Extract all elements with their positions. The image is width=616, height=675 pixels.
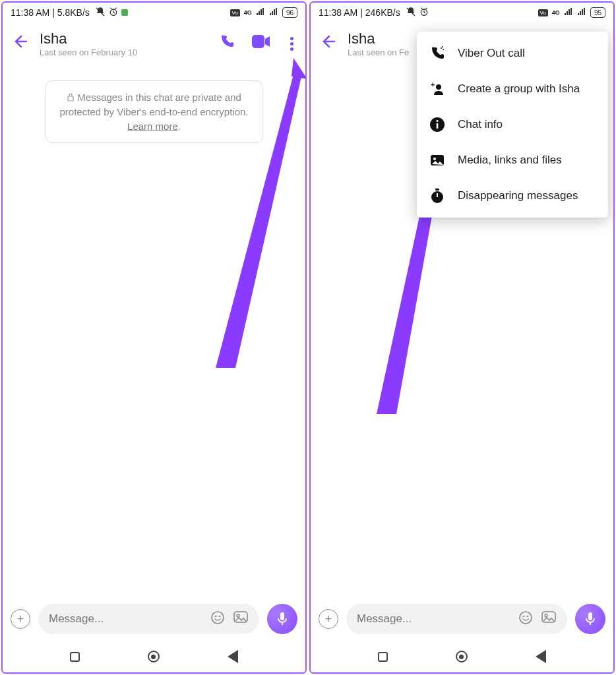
alarm-icon: [419, 7, 429, 19]
attach-button[interactable]: +: [319, 609, 338, 629]
status-speed: 5.8KB/s: [57, 7, 90, 18]
status-bar: 11:38 AM | 246KB/s Vo 4G 95: [311, 3, 613, 22]
svg-point-36: [545, 614, 547, 617]
android-nav-bar: [3, 641, 305, 672]
encryption-text: Messages in this chat are private and pr…: [59, 92, 248, 117]
message-input[interactable]: [49, 612, 202, 626]
signal-icon-2: [269, 8, 278, 18]
voice-message-button[interactable]: [267, 604, 297, 634]
gallery-button[interactable]: [233, 610, 249, 628]
signal-icon-2: [577, 8, 586, 18]
contact-info[interactable]: Isha Last seen on February 10: [40, 30, 207, 57]
emoji-button[interactable]: [518, 610, 533, 628]
menu-label: Media, links and files: [458, 154, 562, 167]
options-menu: Viber Out call + Create a group with Ish…: [417, 32, 608, 218]
recent-apps-button[interactable]: [378, 652, 388, 662]
status-bar: 11:38 AM | 5.8KB/s Vo 4G 96: [3, 3, 305, 22]
gallery-button[interactable]: [541, 610, 557, 628]
menu-viber-out-call[interactable]: Viber Out call: [417, 36, 608, 71]
menu-media[interactable]: Media, links and files: [417, 142, 608, 178]
back-nav-button[interactable]: [228, 650, 238, 663]
signal-icon: [564, 8, 573, 18]
timer-icon: [429, 187, 446, 204]
svg-point-32: [520, 612, 532, 624]
battery-icon: 95: [590, 7, 605, 18]
svg-point-26: [433, 158, 436, 160]
recent-apps-button[interactable]: [70, 652, 80, 662]
home-button[interactable]: [456, 651, 468, 662]
back-button[interactable]: [320, 34, 336, 54]
status-sep: |: [360, 7, 363, 18]
phone-left: 11:38 AM | 5.8KB/s Vo 4G 96: [1, 1, 307, 674]
group-add-icon: +: [429, 80, 446, 98]
phone-right: 11:38 AM | 246KB/s Vo 4G 95: [309, 1, 615, 674]
status-time: 11:38 AM: [319, 7, 357, 18]
svg-point-11: [237, 614, 239, 617]
message-input-bar: +: [311, 597, 613, 641]
svg-point-24: [436, 120, 438, 122]
battery-icon: 96: [282, 7, 297, 18]
back-button[interactable]: [12, 34, 28, 54]
home-button[interactable]: [148, 651, 160, 662]
learn-more-link[interactable]: Learn more: [127, 121, 178, 132]
svg-rect-23: [437, 123, 439, 129]
message-input-bar: +: [3, 597, 305, 641]
menu-chat-info[interactable]: Chat info: [417, 107, 608, 142]
voice-call-button[interactable]: [219, 34, 235, 53]
menu-disappearing[interactable]: Disappearing messages: [417, 178, 608, 214]
svg-point-7: [212, 612, 224, 624]
svg-rect-28: [435, 189, 439, 191]
svg-rect-12: [280, 612, 284, 620]
status-sep: |: [52, 7, 55, 18]
status-speed: 246KB/s: [365, 7, 400, 18]
info-icon: [429, 116, 446, 133]
status-time: 11:38 AM: [11, 7, 49, 18]
svg-point-18: [443, 49, 444, 50]
encryption-notice[interactable]: Messages in this chat are private and pr…: [46, 80, 263, 143]
more-options-button[interactable]: [288, 33, 296, 55]
back-nav-button[interactable]: [536, 650, 546, 663]
chat-header: Isha Last seen on February 10: [3, 22, 305, 65]
last-seen: Last seen on February 10: [40, 47, 207, 57]
lock-icon: [67, 92, 77, 103]
video-call-button[interactable]: [252, 35, 270, 52]
menu-label: Create a group with Isha: [458, 82, 580, 96]
svg-rect-3: [252, 35, 264, 48]
svg-text:+: +: [431, 81, 435, 88]
leaf-icon: [121, 9, 128, 16]
bell-off-icon: [95, 7, 106, 19]
alarm-icon: [108, 7, 119, 19]
menu-create-group[interactable]: + Create a group with Isha: [417, 71, 608, 107]
4g-label: 4G: [552, 9, 560, 16]
svg-point-19: [442, 46, 443, 47]
signal-icon: [256, 8, 265, 18]
voice-message-button[interactable]: [575, 604, 605, 634]
phone-out-icon: [429, 45, 446, 62]
message-input-container: [346, 604, 567, 634]
bell-off-icon: [406, 7, 416, 19]
contact-name: Isha: [40, 30, 207, 47]
media-icon: [429, 152, 446, 169]
volte-icon: Vo: [230, 9, 240, 16]
menu-label: Chat info: [458, 118, 503, 131]
4g-label: 4G: [244, 9, 252, 16]
chat-messages-area: Messages in this chat are private and pr…: [3, 65, 305, 597]
android-nav-bar: [311, 641, 613, 672]
attach-button[interactable]: +: [11, 609, 30, 629]
menu-label: Disappearing messages: [458, 189, 578, 202]
menu-label: Viber Out call: [458, 47, 525, 60]
svg-point-17: [441, 47, 442, 49]
volte-icon: Vo: [538, 9, 548, 16]
message-input-container: [38, 604, 259, 634]
svg-point-20: [436, 84, 441, 90]
svg-rect-37: [588, 612, 592, 620]
svg-rect-4: [68, 96, 73, 101]
message-input[interactable]: [357, 612, 510, 626]
emoji-button[interactable]: [210, 610, 225, 628]
